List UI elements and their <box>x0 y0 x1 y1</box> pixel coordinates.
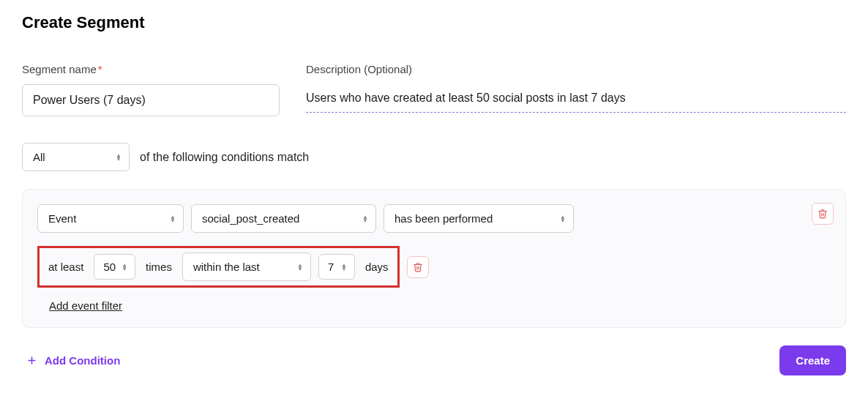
match-mode-select[interactable]: All ▲▼ <box>22 143 130 171</box>
within-select[interactable]: within the last ▲▼ <box>182 253 311 281</box>
chevron-updown-icon: ▲▼ <box>362 215 368 223</box>
chevron-updown-icon: ▲▼ <box>116 154 121 161</box>
delete-row-button[interactable] <box>407 256 429 278</box>
page-title: Create Segment <box>22 13 846 32</box>
match-suffix-text: of the following conditions match <box>140 151 309 164</box>
event-name-select[interactable]: social_post_created ▲▼ <box>191 204 376 233</box>
required-asterisk: * <box>98 63 102 75</box>
trash-icon <box>818 209 828 219</box>
chevron-updown-icon: ▲▼ <box>121 263 127 271</box>
days-stepper[interactable]: 7 ▲▼ <box>318 254 355 280</box>
description-label: Description (Optional) <box>306 63 846 75</box>
chevron-updown-icon: ▲▼ <box>297 263 303 271</box>
condition-type-select[interactable]: Event ▲▼ <box>37 204 184 233</box>
chevron-updown-icon: ▲▼ <box>341 263 347 271</box>
chevron-updown-icon: ▲▼ <box>170 215 176 223</box>
description-input[interactable] <box>306 84 846 113</box>
segment-name-label: Segment name* <box>22 63 280 75</box>
days-label: days <box>362 261 392 273</box>
times-label: times <box>143 261 175 273</box>
segment-name-input[interactable] <box>22 84 280 116</box>
count-stepper[interactable]: 50 ▲▼ <box>94 254 135 280</box>
at-least-label: at least <box>45 261 86 273</box>
trash-icon <box>413 262 423 272</box>
condition-group: Event ▲▼ social_post_created ▲▼ has been… <box>22 189 846 328</box>
create-button[interactable]: Create <box>779 345 846 375</box>
performed-select[interactable]: has been performed ▲▼ <box>384 204 574 233</box>
plus-icon <box>26 355 37 366</box>
highlight-box: at least 50 ▲▼ times within the last ▲▼ … <box>37 246 400 288</box>
add-condition-button[interactable]: Add Condition <box>26 354 120 367</box>
delete-group-button[interactable] <box>812 203 834 225</box>
add-event-filter-link[interactable]: Add event filter <box>49 299 122 312</box>
chevron-updown-icon: ▲▼ <box>560 215 566 223</box>
